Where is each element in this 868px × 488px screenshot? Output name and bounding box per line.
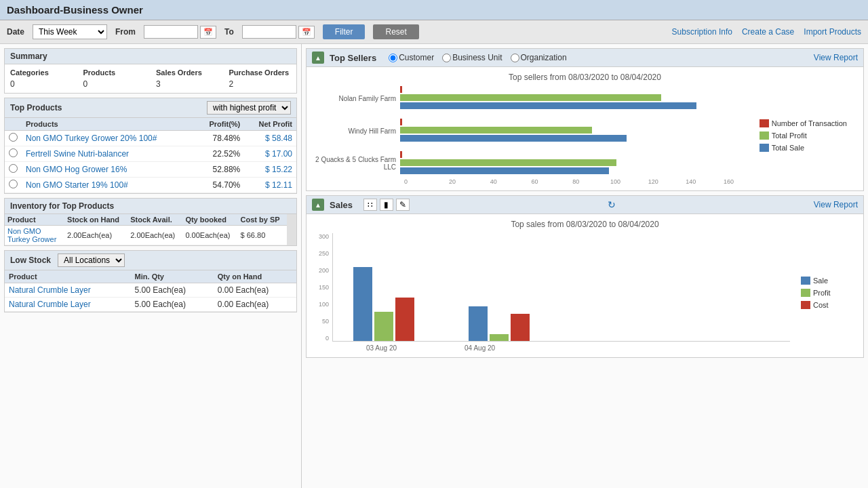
sales-tab-edit[interactable]: ✎	[396, 199, 410, 211]
th-ls-min-qty: Min. Qty	[131, 270, 214, 283]
radio-organization[interactable]: Organization	[511, 53, 567, 62]
product-link[interactable]: Non GMO Turkey Grower 20% 100#	[26, 134, 157, 143]
toolbar-right: Subscription Info Create a Case Import P…	[672, 27, 861, 37]
bars-container-windy	[400, 119, 749, 143]
bar-green-nolan	[400, 94, 661, 101]
table-row: Non GMO Starter 19% 100# 54.70% $ 12.11	[5, 178, 296, 193]
create-case-link[interactable]: Create a Case	[742, 27, 794, 37]
td-product: Fertrell Swine Nutri-balancer	[22, 146, 195, 162]
low-stock-table: Product Min. Qty Qty on Hand Natural Cru…	[5, 270, 296, 312]
summary-val-products: 0	[78, 78, 151, 90]
th-inv-stock-hand: Stock on Hand	[64, 214, 127, 226]
inv-cost-sp: $ 66.80	[238, 226, 287, 245]
ls-product-link[interactable]: Natural Crumble Layer	[9, 300, 91, 309]
radio-customer[interactable]: Customer	[389, 53, 434, 62]
bar-blue-windy	[400, 135, 627, 142]
summary-val-purchases: 2	[224, 78, 297, 90]
summary-grid: Categories Products Sales Orders Purchas…	[5, 64, 296, 93]
summary-section: Summary Categories Products Sales Orders…	[4, 48, 297, 94]
sales-legend: Sale Profit Cost	[790, 233, 858, 352]
sales-header: ▲ Sales ∷ ▮ ✎ ↻ View Report	[307, 196, 863, 214]
to-date-field[interactable]: 08/04/2020	[242, 25, 296, 39]
td-radio	[5, 146, 22, 162]
td-profit: 78.48%	[195, 131, 244, 146]
top-sellers-view-report[interactable]: View Report	[814, 53, 858, 62]
sales-tab-bar[interactable]: ▮	[380, 199, 393, 211]
left-panel: Summary Categories Products Sales Orders…	[0, 44, 302, 488]
bar-red-nolan	[400, 86, 402, 93]
from-date-input: 08/03/2020 📅	[144, 25, 216, 39]
low-stock-filter: All Locations	[58, 253, 125, 267]
main-content: Summary Categories Products Sales Orders…	[0, 44, 868, 488]
top-products-section: Top Products with highest profit Product…	[4, 98, 297, 194]
from-cal-btn[interactable]: 📅	[200, 26, 216, 39]
h-chart-x-axis: 0 20 40 60 80 100 120 140 160	[404, 178, 749, 185]
td-ls-qty-hand: 0.00 Each(ea)	[214, 298, 296, 312]
bar-green-windy	[400, 127, 592, 134]
legend-box-cost-v	[801, 301, 810, 309]
legend-total-profit: Total Profit	[760, 131, 847, 140]
date-select[interactable]: This Week	[33, 24, 107, 39]
th-radio	[5, 118, 22, 131]
to-cal-btn[interactable]: 📅	[298, 26, 315, 39]
from-date-field[interactable]: 08/03/2020	[144, 25, 198, 39]
sales-tab-line[interactable]: ∷	[363, 199, 377, 211]
legend-box-profit	[760, 131, 769, 140]
legend-sale: Sale	[801, 277, 847, 285]
sales-bar-green-2	[490, 334, 509, 341]
locations-select[interactable]: All Locations	[58, 253, 125, 267]
top-sellers-chart-title: Top sellers from 08/03/2020 to 08/04/202…	[312, 73, 858, 82]
product-link[interactable]: Non GMO Starter 19% 100#	[26, 180, 128, 190]
filter-button[interactable]: Filter	[323, 24, 366, 39]
td-ls-product: Natural Crumble Layer	[5, 298, 131, 312]
th-ls-qty-hand: Qty on Hand	[214, 270, 296, 283]
top-products-select[interactable]: with highest profit	[207, 101, 291, 115]
table-row: Non GMOTurkey Grower 2.00Each(ea) 2.00Ea…	[5, 226, 287, 245]
th-net-profit: Net Profit	[244, 118, 296, 131]
bar-row-nolan: Nolan Family Farm	[312, 86, 749, 110]
import-products-link[interactable]: Import Products	[804, 27, 861, 37]
sales-chart: 300 250 200 150 100 50 0	[312, 233, 858, 352]
th-products: Products	[22, 118, 195, 131]
low-stock-header: Low Stock	[10, 256, 51, 265]
table-row: Fertrell Swine Nutri-balancer 22.52% $ 1…	[5, 146, 296, 162]
top-products-table: Products Profit(%) Net Profit Non GMO Tu…	[5, 118, 296, 193]
date-label: Date	[7, 27, 24, 37]
sales-view-report[interactable]: View Report	[814, 200, 858, 209]
bar-label-quacks: 2 Quacks & 5 Clucks Farm LLC	[312, 156, 400, 171]
summary-col-sales: Sales Orders	[151, 67, 224, 78]
bars-container-nolan	[400, 86, 749, 110]
bar-green-quacks	[400, 159, 616, 166]
reset-button[interactable]: Reset	[373, 24, 418, 39]
subscription-info-link[interactable]: Subscription Info	[672, 27, 732, 37]
sales-icon: ▲	[312, 199, 324, 211]
page-header: Dashboard-Business Owner	[0, 0, 868, 20]
product-link[interactable]: Fertrell Swine Nutri-balancer	[26, 149, 129, 159]
low-stock-header-row: Low Stock All Locations	[5, 251, 296, 270]
td-radio	[5, 162, 22, 178]
th-inv-product: Product	[5, 214, 64, 226]
td-ls-min-qty: 5.00 Each(ea)	[131, 298, 214, 312]
td-net-profit: $ 17.00	[244, 146, 296, 162]
table-row: Non GMO Hog Grower 16% 52.88% $ 15.22	[5, 162, 296, 178]
toolbar: Date This Week From 08/03/2020 📅 To 08/0…	[0, 20, 868, 44]
sales-tab-icons: ∷ ▮ ✎	[363, 199, 410, 211]
product-link[interactable]: Non GMO Hog Grower 16%	[26, 165, 127, 174]
td-ls-qty-hand: 0.00 Each(ea)	[214, 283, 296, 298]
sales-bar-red-2	[511, 314, 530, 341]
radio-business-unit[interactable]: Business Unit	[442, 53, 502, 62]
sales-bar-red-1	[395, 298, 414, 341]
inv-product-link[interactable]: Non GMOTurkey Grower	[7, 227, 56, 243]
sales-chart-area: Top sales from 08/03/2020 to 08/04/2020 …	[307, 214, 863, 357]
inventory-scrollbar[interactable]	[287, 214, 296, 245]
td-radio	[5, 131, 22, 146]
ls-product-link[interactable]: Natural Crumble Layer	[9, 285, 91, 295]
td-product: Non GMO Hog Grower 16%	[22, 162, 195, 178]
th-inv-qty-booked: Qty booked	[182, 214, 237, 226]
sales-bar-group-1	[353, 267, 414, 341]
sales-x-labels: 03 Aug 20 04 Aug 20	[332, 344, 790, 352]
top-sellers-radio-group: Customer Business Unit Organization	[389, 53, 566, 62]
sales-refresh-btn[interactable]: ↻	[606, 199, 618, 211]
legend-box-transactions	[760, 119, 769, 127]
bar-red-windy	[400, 119, 402, 125]
